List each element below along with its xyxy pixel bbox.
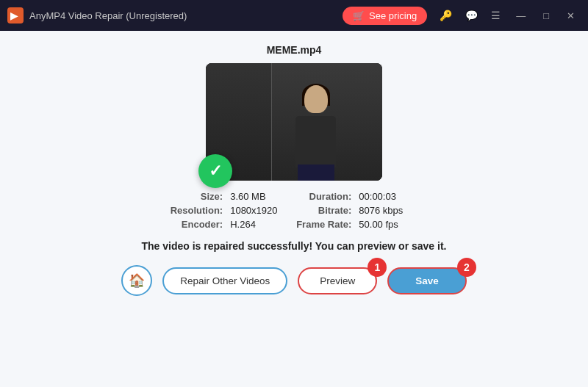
video-inner xyxy=(206,63,382,181)
duration-value: 00:00:03 xyxy=(359,191,417,202)
repair-other-videos-button[interactable]: Repair Other Videos xyxy=(162,267,287,294)
video-preview xyxy=(206,63,382,181)
person-legs xyxy=(298,164,334,181)
bitrate-value: 8076 kbps xyxy=(359,205,417,216)
home-button[interactable]: 🏠 xyxy=(121,265,152,296)
person-figure xyxy=(272,78,360,181)
save-button[interactable]: Save xyxy=(387,267,467,294)
person-head xyxy=(304,85,328,113)
framerate-value: 50.00 fps xyxy=(359,219,417,230)
main-content: MEME.mp4 ✓ Size: 3.60 MB Duration: 00:00… xyxy=(0,31,588,387)
bottom-actions: 🏠 Repair Other Videos Preview 1 Save 2 xyxy=(121,265,467,296)
framerate-label: Frame Rate: xyxy=(296,219,351,230)
save-btn-wrapper: Save 2 xyxy=(387,267,467,294)
menu-icon-button[interactable]: ☰ xyxy=(487,9,504,22)
bitrate-label: Bitrate: xyxy=(296,205,351,216)
app-title: AnyMP4 Video Repair (Unregistered) xyxy=(29,10,343,21)
minimize-button[interactable]: — xyxy=(510,7,531,24)
resolution-label: Resolution: xyxy=(171,205,223,216)
encoder-value: H.264 xyxy=(230,219,289,230)
preview-button[interactable]: Preview xyxy=(298,267,377,294)
home-icon: 🏠 xyxy=(129,272,145,289)
repair-complete-check: ✓ xyxy=(198,154,232,188)
size-value: 3.60 MB xyxy=(230,191,289,202)
video-preview-container: ✓ xyxy=(206,63,382,181)
see-pricing-button[interactable]: 🛒 See pricing xyxy=(343,7,427,25)
file-info: Size: 3.60 MB Duration: 00:00:03 Resolut… xyxy=(171,191,418,230)
encoder-label: Encoder: xyxy=(171,219,223,230)
close-button[interactable]: ✕ xyxy=(561,7,581,24)
key-icon-button[interactable]: 🔑 xyxy=(436,9,456,22)
size-label: Size: xyxy=(171,191,223,202)
chat-icon-button[interactable]: 💬 xyxy=(462,9,481,22)
person-body xyxy=(295,116,336,167)
title-bar-controls: 🔑 💬 ☰ — □ ✕ xyxy=(436,7,581,24)
resolution-value: 1080x1920 xyxy=(230,205,289,216)
step-1-badge: 1 xyxy=(368,258,387,277)
title-bar: ▶ AnyMP4 Video Repair (Unregistered) 🛒 S… xyxy=(0,0,588,31)
svg-text:▶: ▶ xyxy=(10,10,18,21)
cart-icon: 🛒 xyxy=(353,10,365,21)
duration-label: Duration: xyxy=(296,191,351,202)
success-message: The video is repaired successfully! You … xyxy=(142,240,447,252)
preview-btn-wrapper: Preview 1 xyxy=(298,267,377,294)
app-logo-icon: ▶ xyxy=(7,7,24,23)
video-filename: MEME.mp4 xyxy=(267,44,322,56)
maximize-button[interactable]: □ xyxy=(537,7,555,24)
step-2-badge: 2 xyxy=(457,258,476,277)
